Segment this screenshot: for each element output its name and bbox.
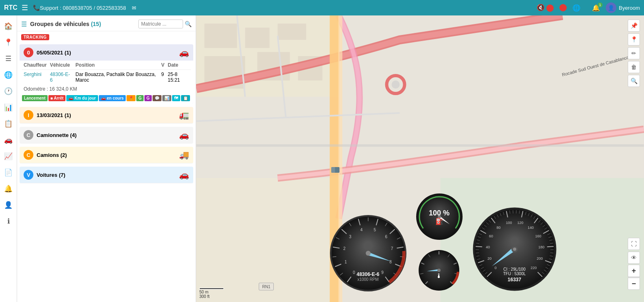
- tracking-badge-row: TRACKING: [17, 31, 196, 42]
- fuel-gauge: 100 % ⛽: [413, 190, 466, 243]
- marker-icon-btn[interactable]: 📌: [628, 20, 640, 32]
- col-driver: Chauffeur: [22, 61, 48, 70]
- group-item-5: V Voitures (7) 🚗: [20, 167, 193, 183]
- gauges-container: 48306-E-6 x1000 RPM 100 % ⛽: [327, 190, 559, 294]
- sidebar-item-user[interactable]: 👤: [1, 198, 16, 212]
- speed-value-label: 16337: [470, 277, 559, 282]
- btn-g[interactable]: G: [136, 95, 144, 101]
- driver-link[interactable]: Serghini: [24, 72, 41, 77]
- user-menu[interactable]: 👤 Byeroom: [606, 2, 640, 13]
- group-header-1[interactable]: 0 05/05/2021 (1) 🚗: [20, 44, 193, 61]
- table-row: Serghini 48306-E-6 Dar Bouazza, Pachalik…: [22, 70, 191, 85]
- sidebar-item-home[interactable]: 🏠: [1, 19, 16, 33]
- sidebar-item-bar[interactable]: 📈: [1, 149, 16, 163]
- group-car-icon-3: 🚗: [179, 130, 189, 140]
- btn-map[interactable]: 🗺: [172, 95, 180, 101]
- map-controls-right: 📌 📍 ✏ 🗑 🔍: [628, 20, 640, 87]
- sidebar-item-chart[interactable]: 📊: [1, 100, 16, 115]
- delete-btn[interactable]: 🗑: [628, 61, 640, 73]
- btn-msg[interactable]: 💬: [153, 95, 162, 101]
- sidebar-item-file[interactable]: 📄: [1, 165, 16, 180]
- speedometer-gauge: CI : 29L/100 TFU : 5300L 16337: [470, 204, 559, 294]
- phone-icon: 📞: [33, 4, 40, 11]
- group-name-2: 13/03/2021 (1): [37, 112, 176, 118]
- group-car-icon-2: 🚛: [179, 110, 189, 120]
- main-layout: 🏠 📍 ☰ 🌐 🕐 📊 📋 🚗 📈 📄 🔔 👤 ℹ ☰ Groupes de v…: [0, 15, 644, 302]
- location-btn[interactable]: 📍: [628, 33, 640, 46]
- zoom-in-btn[interactable]: +: [628, 265, 640, 277]
- panel-title: Groupes de véhicules (15): [30, 21, 101, 27]
- sidebar-item-list[interactable]: ☰: [1, 51, 16, 66]
- group-car-icon-4: 🚚: [179, 150, 189, 160]
- cell-driver: Serghini: [22, 70, 48, 85]
- cell-speed: 9: [159, 70, 166, 85]
- panel-list-icon: ☰: [21, 20, 27, 28]
- header-right: 🔇 🌐 🔔1 👤 Byeroom: [537, 2, 640, 13]
- support-text: Support : 0808538705 / 0522583358: [40, 5, 126, 11]
- rec-icon[interactable]: [559, 4, 567, 12]
- eye-btn[interactable]: 👁: [628, 252, 640, 264]
- edit-btn[interactable]: ✏: [628, 47, 640, 59]
- btn-en-cours[interactable]: 🚗 en cours: [99, 95, 126, 101]
- group-item-1: 0 05/05/2021 (1) 🚗 Chauffeur Véhicule Po…: [20, 44, 193, 104]
- group-name-4: Camions (2): [37, 152, 176, 158]
- group-header-5[interactable]: V Voitures (7) 🚗: [20, 167, 193, 183]
- tachometer-canvas: [327, 213, 409, 294]
- search-box: 🔍: [138, 20, 192, 28]
- tracking-badge: TRACKING: [21, 34, 49, 40]
- group-badge-2: I: [24, 110, 33, 120]
- tfu-label: TFU : 5300L: [470, 272, 559, 276]
- vehicles-panel: ☰ Groupes de véhicules (15) 🔍 TRACKING 0…: [17, 15, 196, 302]
- vehicle-table: Chauffeur Véhicule Position V Date Sergh…: [22, 61, 191, 85]
- fuel-center: 100 % ⛽: [413, 209, 466, 225]
- sidebar-item-bell[interactable]: 🔔: [1, 181, 16, 196]
- group-badge-5: V: [24, 170, 33, 180]
- tachometer-gauge: 48306-E-6 x1000 RPM: [327, 213, 409, 294]
- sidebar-item-vehicle[interactable]: 🚗: [1, 133, 16, 147]
- btn-report[interactable]: 📋: [181, 95, 190, 101]
- btn-km-jour[interactable]: 🚗 Km du jour: [66, 95, 98, 101]
- btn-arret[interactable]: ■ Arrêt: [48, 95, 65, 101]
- group-header-3[interactable]: C Camionnette (4) 🚗: [20, 127, 193, 143]
- col-speed: V: [159, 61, 166, 70]
- sidebar-item-tracking[interactable]: 📍: [1, 35, 16, 50]
- btn-lancement[interactable]: Lancement: [22, 95, 48, 101]
- group-item-3: C Camionnette (4) 🚗: [20, 127, 193, 143]
- map-area[interactable]: Rocade Sud Ouest de Casablanca RN1 RN1 📌…: [196, 15, 644, 302]
- tach-sublabel: x1000 RPM: [327, 277, 409, 282]
- vehicle-link[interactable]: 48306-E-6: [50, 72, 70, 83]
- cell-date: 25-8 15:21: [166, 70, 191, 85]
- btn-chart[interactable]: 📊: [162, 95, 171, 101]
- search-map-btn[interactable]: 🔍: [628, 75, 640, 87]
- logo: RTC: [4, 4, 17, 11]
- map-zoom: + −: [628, 265, 640, 290]
- svg-rect-5: [245, 28, 270, 48]
- svg-point-13: [392, 80, 400, 89]
- search-button[interactable]: 🔍: [185, 21, 192, 27]
- btn-location[interactable]: 📍: [127, 95, 135, 101]
- zoom-out-btn[interactable]: −: [628, 278, 640, 290]
- group-car-icon-1: 🚗: [179, 48, 189, 57]
- mute-icon[interactable]: 🔇: [537, 4, 554, 12]
- sidebar-item-globe[interactable]: 🌐: [1, 67, 16, 82]
- globe-icon[interactable]: 🌐: [572, 4, 581, 12]
- sidebar-icons: 🏠 📍 ☰ 🌐 🕐 📊 📋 🚗 📈 📄 🔔 👤 ℹ: [0, 15, 17, 302]
- btn-gplus[interactable]: G: [144, 95, 152, 101]
- panel-content: 0 05/05/2021 (1) 🚗 Chauffeur Véhicule Po…: [17, 42, 196, 302]
- fullscreen-btn[interactable]: ⛶: [628, 238, 640, 250]
- group-header-4[interactable]: C Camions (2) 🚚: [20, 147, 193, 163]
- col-date: Date: [166, 61, 191, 70]
- avatar: 👤: [606, 2, 616, 13]
- group-header-2[interactable]: I 13/03/2021 (1) 🚛: [20, 107, 193, 124]
- search-input[interactable]: [138, 20, 183, 28]
- menu-icon[interactable]: ☰: [22, 3, 28, 12]
- username: Byeroom: [619, 5, 640, 11]
- temp-gauge: [416, 247, 463, 294]
- notification-icon[interactable]: 🔔1: [592, 4, 600, 12]
- group-badge-1: 0: [24, 48, 33, 57]
- scale-feet: 300 ft: [199, 294, 224, 299]
- sidebar-item-report[interactable]: 📋: [1, 116, 16, 131]
- sidebar-item-info[interactable]: ℹ: [1, 214, 16, 228]
- group-name-1: 05/05/2021 (1): [37, 50, 176, 56]
- sidebar-item-history[interactable]: 🕐: [1, 84, 16, 98]
